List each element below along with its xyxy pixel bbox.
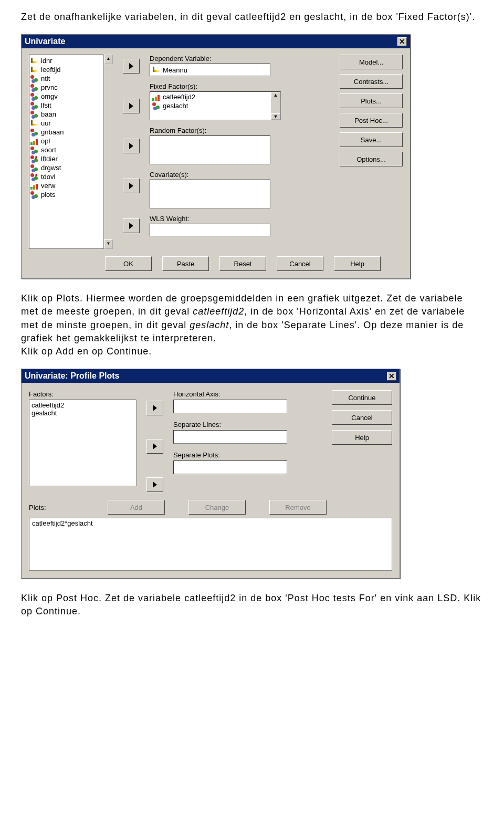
arrow-right-icon [129,223,133,229]
list-item[interactable]: atdovl [29,172,112,181]
covariates-box[interactable] [150,180,270,208]
fixed-factors-box[interactable]: catleeftijd2 geslacht ▲▼ [150,91,281,120]
fixed-label: Fixed Factor(s): [150,82,330,90]
model-button[interactable]: Model... [340,55,403,69]
nominal-icon [30,147,39,154]
list-item[interactable]: leeftijd [29,65,112,74]
intro-text-2: Klik op Plots. Hiermee worden de groepsg… [21,292,483,358]
list-item[interactable]: soort [29,145,112,154]
help-button[interactable]: Help [332,430,392,445]
list-item[interactable]: ntlt [29,74,112,83]
scrollbar[interactable]: ▲ ▼ [103,55,113,249]
random-label: Random Factor(s): [150,127,330,134]
list-item[interactable]: omgv [29,92,112,101]
variable-name: prvnc [41,83,58,91]
arrow-right-icon [129,103,133,109]
change-button[interactable]: Change [188,500,246,515]
continue-button[interactable]: Continue [332,390,392,405]
variable-name: lfsit [41,101,51,109]
cancel-button[interactable]: Cancel [332,410,392,425]
move-separate-plots-button[interactable] [146,477,163,492]
horizontal-axis-box[interactable] [173,400,287,413]
close-icon[interactable]: ✕ [397,37,407,46]
nominal-icon [30,75,39,82]
list-item[interactable]: lfsit [29,101,112,110]
dialog-title: Univariate: Profile Plots [25,371,120,381]
move-wls-button[interactable] [123,218,140,233]
random-factors-box[interactable] [150,135,270,164]
cancel-button[interactable]: Cancel [277,256,323,271]
plots-list[interactable]: catleeftijd2*geslacht [29,518,392,571]
list-item[interactable]: plots [29,190,112,199]
variable-name: verw [41,182,55,190]
list-item[interactable]: alftdier [29,154,112,163]
move-covariate-button[interactable] [123,179,140,193]
posthoc-button[interactable]: Post Hoc... [340,113,403,128]
nominal-icon [30,102,39,109]
arrow-right-icon [129,183,133,189]
nominal-string-icon: a [30,173,39,181]
options-button[interactable]: Options... [340,152,403,166]
scroll-up-icon[interactable]: ▲ [271,92,280,98]
fixed-factor-item: geslacht [163,102,188,110]
scroll-down-icon[interactable]: ▼ [271,113,280,120]
arrow-right-icon [153,482,157,488]
arrow-right-icon [153,443,157,449]
add-button[interactable]: Add [108,500,165,515]
move-fixed-button[interactable] [123,99,140,113]
profile-plots-dialog: Univariate: Profile Plots ✕ Factors: cat… [21,369,400,579]
paste-button[interactable]: Paste [162,256,209,271]
move-separate-lines-button[interactable] [146,439,163,454]
variable-name: leeftijd [41,66,61,74]
variable-name: plots [41,191,55,198]
ordinal-icon [30,182,39,190]
list-item[interactable]: gnbaan [29,128,112,137]
fixed-factor-item: catleeftijd2 [163,93,195,101]
nominal-icon [30,191,39,198]
separate-plots-label: Separate Plots: [173,451,324,459]
move-horizontal-button[interactable] [146,401,163,415]
reset-button[interactable]: Reset [219,256,266,271]
scale-icon [152,66,161,74]
save-button[interactable]: Save... [340,132,403,147]
nominal-icon [30,93,39,100]
nominal-icon [30,164,39,172]
contrasts-button[interactable]: Contrasts... [340,74,403,89]
ok-button[interactable]: OK [105,256,152,271]
remove-button[interactable]: Remove [269,500,327,515]
separate-plots-box[interactable] [173,461,287,474]
plots-list-item[interactable]: catleeftijd2*geslacht [32,519,93,527]
list-item[interactable]: idnr [29,56,112,65]
horizontal-axis-label: Horizontal Axis: [173,390,324,398]
scroll-up-icon[interactable]: ▲ [104,55,113,64]
list-item[interactable]: prvnc [29,83,112,92]
source-variable-list[interactable]: idnrleeftijdntltprvncomgvlfsitbaanuurgnb… [29,55,113,249]
scale-icon [30,57,39,65]
move-dependent-button[interactable] [123,59,140,74]
titlebar: Univariate ✕ [22,35,410,48]
factors-list[interactable]: catleeftijd2 geslacht [29,400,136,486]
ordinal-icon [30,138,39,145]
separate-lines-box[interactable] [173,430,287,444]
separate-lines-label: Separate Lines: [173,421,324,428]
variable-name: drgwst [41,164,61,172]
list-item[interactable]: geslacht [32,409,134,417]
plots-button[interactable]: Plots... [340,93,403,108]
scrollbar[interactable]: ▲▼ [271,92,280,120]
list-item[interactable]: verw [29,181,112,190]
list-item[interactable]: drgwst [29,163,112,172]
close-icon[interactable]: ✕ [387,372,396,381]
dependent-variable-box[interactable]: Meannu [150,64,270,76]
covariate-label: Covariate(s): [150,171,330,179]
variable-name: baan [41,110,56,118]
help-button[interactable]: Help [334,256,381,271]
list-item[interactable]: catleeftijd2 [32,401,134,409]
arrow-right-icon [129,143,133,149]
list-item[interactable]: uur [29,119,112,128]
list-item[interactable]: baan [29,110,112,119]
scroll-down-icon[interactable]: ▼ [104,239,113,249]
list-item[interactable]: opl [29,137,112,145]
transfer-buttons-column [136,390,173,492]
move-random-button[interactable] [123,139,140,153]
wls-weight-box[interactable] [150,224,270,236]
